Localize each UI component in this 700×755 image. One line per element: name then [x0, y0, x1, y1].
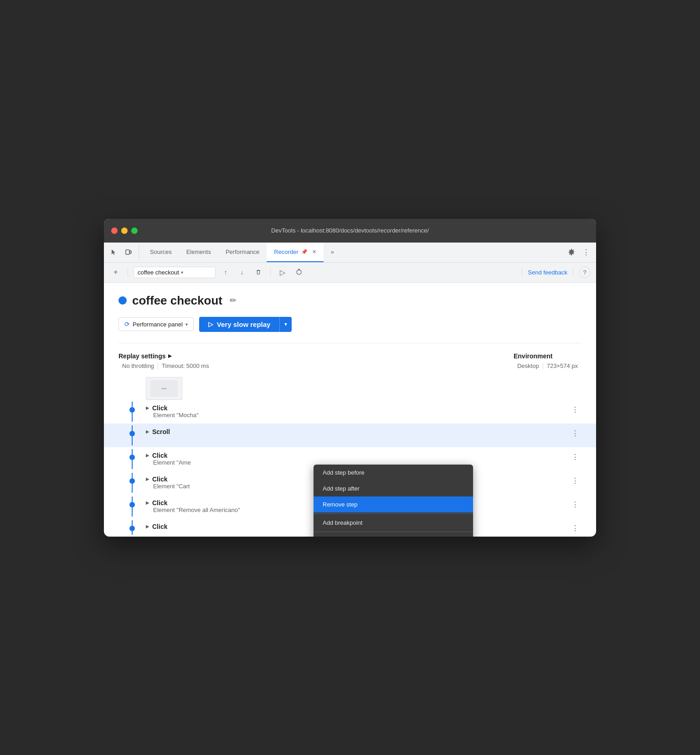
- step-type: Click: [152, 476, 167, 483]
- context-menu-add-breakpoint[interactable]: Add breakpoint: [314, 515, 473, 531]
- step-row-highlighted: ▶ Scroll ⋮: [104, 424, 596, 447]
- step-replay-button[interactable]: [293, 266, 305, 279]
- expand-arrow-icon[interactable]: ▶: [146, 429, 149, 434]
- steps-container: ▬▬▬ ▶ Click Element "Mocha" ⋮: [104, 373, 596, 537]
- delete-button[interactable]: [252, 266, 265, 279]
- tab-icon-group: [108, 246, 139, 259]
- new-recording-button[interactable]: +: [109, 266, 122, 279]
- svg-rect-0: [126, 250, 129, 254]
- replay-dropdown-icon: ▾: [284, 321, 287, 327]
- expand-arrow-icon[interactable]: ▶: [146, 524, 149, 529]
- step-content: ▶ Click Element "Mocha": [146, 402, 569, 421]
- more-options-icon[interactable]: ⋮: [580, 246, 592, 259]
- replay-button-group: ▷ Very slow replay ▾: [199, 317, 292, 332]
- performance-panel-arrow: ▾: [185, 322, 188, 327]
- step-detail: Element "Mocha": [146, 412, 569, 419]
- edit-icon[interactable]: ✏: [230, 295, 237, 305]
- context-menu-copy-puppeteer[interactable]: Copy as a @puppeteer/replay script: [314, 533, 473, 537]
- step-more-button[interactable]: ⋮: [569, 427, 582, 440]
- chevron-down-icon: ▾: [181, 270, 183, 275]
- context-menu-divider-1: [314, 513, 473, 514]
- settings-icon[interactable]: [565, 246, 578, 259]
- replay-settings-label[interactable]: Replay settings ▶: [118, 352, 213, 360]
- tab-recorder[interactable]: Recorder 📌 ✕: [267, 242, 323, 262]
- tab-elements[interactable]: Elements: [179, 242, 218, 262]
- expand-arrow-icon[interactable]: ▶: [146, 453, 149, 458]
- expand-arrow-icon[interactable]: ▶: [146, 476, 149, 481]
- step-dot: [129, 431, 135, 436]
- recording-indicator: [118, 296, 127, 305]
- step-dot: [129, 478, 135, 484]
- device-icon[interactable]: [122, 246, 135, 259]
- expand-arrow-icon[interactable]: ▶: [146, 405, 149, 410]
- performance-panel-button[interactable]: ⟳ Performance panel ▾: [118, 317, 194, 331]
- step-more-button[interactable]: ⋮: [569, 475, 582, 487]
- traffic-lights: [111, 228, 138, 234]
- tab-more[interactable]: »: [324, 242, 341, 262]
- step-more-button[interactable]: ⋮: [569, 498, 582, 511]
- recorder-toolbar: + coffee checkout ▾ ↑ ↓ ▷ Send feedback: [104, 263, 596, 283]
- step-dot: [129, 502, 135, 507]
- step-type: Scroll: [152, 428, 170, 435]
- recording-selector-name: coffee checkout: [138, 269, 179, 276]
- toolbar-divider-2: [270, 268, 271, 277]
- screenshot-thumbnail: ▬▬▬: [146, 377, 182, 400]
- settings-expand-arrow: ▶: [168, 353, 172, 358]
- context-menu-add-step-after[interactable]: Add step after: [314, 481, 473, 496]
- toolbar-right: Send feedback ?: [520, 266, 591, 278]
- settings-section: Replay settings ▶ No throttling Timeout:…: [118, 343, 582, 370]
- settings-row: Replay settings ▶ No throttling Timeout:…: [118, 352, 582, 370]
- tab-sources[interactable]: Sources: [143, 242, 179, 262]
- performance-panel-icon: ⟳: [124, 321, 130, 328]
- performance-panel-label: Performance panel: [133, 321, 183, 328]
- maximize-button[interactable]: [131, 228, 138, 234]
- tabs-right-controls: ⋮: [565, 246, 592, 259]
- step-type: Click: [152, 499, 167, 507]
- cursor-icon[interactable]: [108, 246, 120, 259]
- title-bar: DevTools - localhost:8080/docs/devtools/…: [104, 219, 596, 243]
- context-menu-add-step-before[interactable]: Add step before: [314, 465, 473, 481]
- thumb-row: ▬▬▬: [104, 373, 596, 400]
- play-button[interactable]: ▷: [276, 266, 289, 279]
- step-dot: [129, 455, 135, 460]
- timeout-value: Timeout: 5000 ms: [158, 362, 213, 369]
- svg-rect-1: [130, 251, 131, 253]
- context-menu: Add step before Add step after Remove st…: [314, 465, 473, 537]
- step-content: ▶ Scroll: [146, 425, 569, 438]
- tab-recorder-close[interactable]: ✕: [312, 249, 316, 255]
- recording-header: coffee checkout ✏: [118, 294, 582, 308]
- environment-values: Desktop 723×574 px: [514, 362, 582, 370]
- step-more-button[interactable]: ⋮: [569, 522, 582, 535]
- help-button[interactable]: ?: [579, 266, 591, 278]
- send-feedback-link[interactable]: Send feedback: [528, 269, 567, 276]
- step-type: Click: [152, 523, 167, 530]
- replay-dropdown-button[interactable]: ▾: [279, 317, 292, 332]
- step-row: ▶ Click Element "Mocha" ⋮: [104, 400, 596, 424]
- env-size: 723×574 px: [543, 362, 582, 369]
- step-type: Click: [152, 452, 167, 459]
- environment-label: Environment: [514, 352, 553, 360]
- minimize-button[interactable]: [121, 228, 128, 234]
- recording-title: coffee checkout: [132, 294, 222, 308]
- close-button[interactable]: [111, 228, 118, 234]
- replay-label: Very slow replay: [217, 321, 271, 328]
- context-menu-remove-step[interactable]: Remove step: [314, 496, 473, 512]
- recording-selector[interactable]: coffee checkout ▾: [134, 267, 216, 278]
- action-row: ⟳ Performance panel ▾ ▷ Very slow replay…: [118, 317, 582, 332]
- step-dot: [129, 526, 135, 531]
- devtools-tab-bar: Sources Elements Performance Recorder 📌 …: [104, 243, 596, 263]
- very-slow-replay-button[interactable]: ▷ Very slow replay: [199, 317, 280, 332]
- env-device: Desktop: [514, 362, 543, 369]
- toolbar-divider-3: [522, 268, 522, 277]
- tab-performance[interactable]: Performance: [218, 242, 267, 262]
- step-more-button[interactable]: ⋮: [569, 451, 582, 464]
- import-button[interactable]: ↓: [236, 266, 248, 279]
- window-title: DevTools - localhost:8080/docs/devtools/…: [271, 227, 429, 234]
- tabs-list: Sources Elements Performance Recorder 📌 …: [143, 242, 565, 262]
- recorder-pin-icon: 📌: [301, 249, 308, 255]
- expand-arrow-icon[interactable]: ▶: [146, 500, 149, 505]
- export-button[interactable]: ↑: [219, 266, 232, 279]
- devtools-window: DevTools - localhost:8080/docs/devtools/…: [104, 219, 596, 537]
- step-more-button[interactable]: ⋮: [569, 403, 582, 416]
- throttling-value: No throttling: [118, 362, 158, 369]
